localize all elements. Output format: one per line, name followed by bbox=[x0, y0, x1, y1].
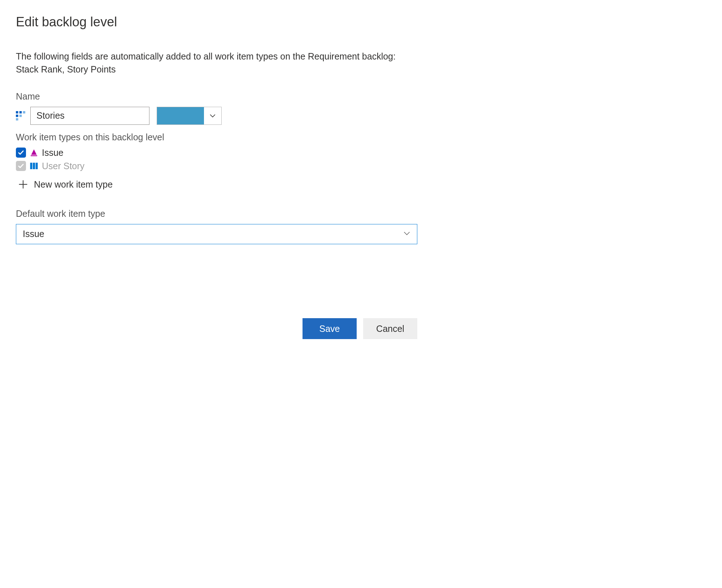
default-wit-label: Default work item type bbox=[16, 209, 417, 219]
wit-checkbox-user-story bbox=[16, 161, 26, 171]
svg-rect-4 bbox=[19, 114, 22, 117]
new-wit-label: New work item type bbox=[34, 179, 113, 190]
chevron-down-icon bbox=[403, 229, 410, 239]
dialog-footer: Save Cancel bbox=[303, 318, 417, 339]
wit-row-user-story: User Story bbox=[16, 161, 417, 171]
name-label: Name bbox=[16, 91, 417, 102]
default-wit-section: Default work item type Issue bbox=[16, 209, 417, 244]
svg-rect-0 bbox=[16, 111, 18, 114]
wit-checkbox-issue[interactable] bbox=[16, 148, 26, 158]
svg-rect-9 bbox=[36, 163, 38, 169]
plus-icon bbox=[18, 179, 28, 189]
svg-rect-2 bbox=[23, 111, 26, 114]
name-row bbox=[16, 107, 417, 125]
user-story-icon bbox=[30, 162, 38, 170]
svg-rect-6 bbox=[31, 155, 37, 156]
color-picker[interactable] bbox=[157, 107, 222, 125]
save-button[interactable]: Save bbox=[303, 318, 357, 339]
default-wit-value: Issue bbox=[23, 229, 44, 239]
svg-rect-5 bbox=[16, 118, 18, 120]
svg-rect-3 bbox=[16, 114, 18, 117]
color-swatch bbox=[157, 107, 204, 124]
cancel-button[interactable]: Cancel bbox=[363, 318, 417, 339]
default-wit-dropdown[interactable]: Issue bbox=[16, 224, 417, 244]
svg-rect-7 bbox=[30, 163, 32, 169]
dialog-description: The following fields are automatically a… bbox=[16, 50, 417, 76]
wit-list: Issue User Story New wor bbox=[16, 148, 417, 190]
wit-section-label: Work item types on this backlog level bbox=[16, 132, 417, 142]
wit-label: Issue bbox=[42, 148, 64, 158]
issue-icon bbox=[30, 148, 38, 157]
dialog-title: Edit backlog level bbox=[16, 14, 417, 30]
new-work-item-type-button[interactable]: New work item type bbox=[16, 179, 417, 190]
backlog-level-icon bbox=[16, 111, 25, 120]
wit-row-issue: Issue bbox=[16, 148, 417, 158]
wit-label: User Story bbox=[42, 161, 84, 171]
name-input[interactable] bbox=[30, 107, 149, 125]
chevron-down-icon bbox=[204, 107, 221, 124]
edit-backlog-level-dialog: Edit backlog level The following fields … bbox=[0, 0, 433, 354]
svg-rect-1 bbox=[19, 111, 22, 114]
svg-rect-8 bbox=[33, 163, 35, 169]
